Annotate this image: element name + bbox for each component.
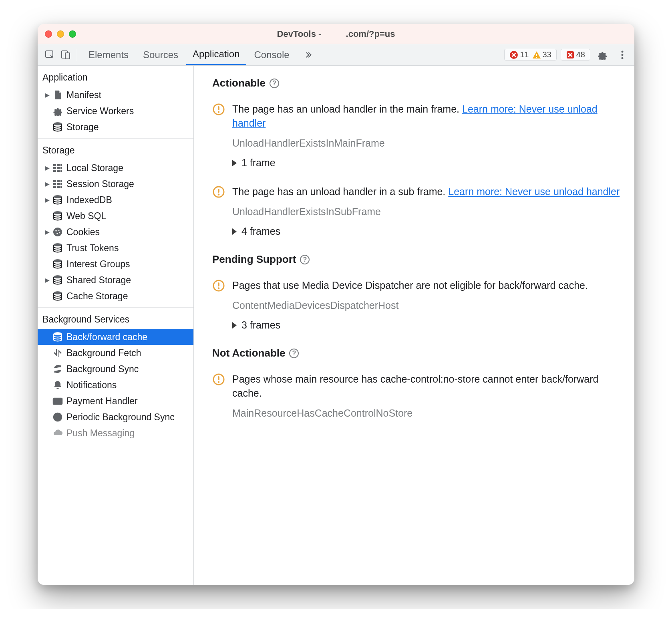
svg-rect-28 [53,398,62,404]
issue-code: UnloadHandlerExistsInSubFrame [232,206,623,218]
sidebar-item-cookies[interactable]: ▶ Cookies [38,224,193,240]
sync-icon [52,364,63,374]
sidebar-item-trust-tokens[interactable]: ▶ Trust Tokens [38,240,193,256]
svg-point-27 [59,232,60,234]
card-icon [52,396,63,406]
frames-count: 1 frame [241,157,276,169]
issue-row: The page has an unload handler in a sub … [212,185,623,240]
issue-code: UnloadHandlerExistsInMainFrame [232,137,623,149]
svg-rect-15 [65,53,70,59]
fetch-icon [52,348,63,358]
file-icon [52,90,63,100]
sidebar-item-interest-groups[interactable]: ▶ Interest Groups [38,256,193,272]
sidebar-item-service-workers[interactable]: ▶ Service Workers [38,103,193,119]
sidebar-item-label: Session Storage [66,179,134,190]
window-controls [45,30,76,38]
section-actionable: Actionable ? [212,77,623,89]
sidebar-item-label: Trust Tokens [66,243,119,254]
sidebar-item-label: Cache Storage [66,291,128,302]
tab-elements[interactable]: Elements [82,44,135,65]
more-options-button[interactable] [614,47,630,63]
sidebar-item-session-storage[interactable]: ▶ Session Storage [38,176,193,192]
bell-icon [52,380,63,390]
frames-disclosure[interactable]: 3 frames [232,319,623,331]
learn-more-link[interactable]: Learn more: Never use unload handler [448,186,620,197]
sidebar-item-periodic-sync[interactable]: ▶ Periodic Background Sync [38,409,193,425]
section-pending: Pending Support ? [212,253,623,266]
sidebar-item-label: Local Storage [66,163,123,173]
grid-icon [52,179,63,189]
issue-row: Pages whose main resource has cache-cont… [212,372,623,419]
console-status-badge[interactable]: 11 33 [504,49,557,60]
tab-application[interactable]: Application [186,44,246,65]
sidebar-item-payment-handler[interactable]: ▶ Payment Handler [38,393,193,409]
issues-badge[interactable]: 48 [561,49,590,60]
database-icon [52,332,63,342]
warning-icon [532,50,541,59]
clock-icon [52,412,63,422]
svg-rect-17 [536,54,537,56]
sidebar-item-websql[interactable]: ▶ Web SQL [38,208,193,224]
sidebar-item-background-fetch[interactable]: ▶ Background Fetch [38,345,193,361]
error-count: 11 [520,50,529,59]
issue-row: Pages that use Media Device Dispatcher a… [212,278,623,333]
sidebar-item-label: IndexedDB [66,195,112,206]
chevron-right-icon [232,322,237,329]
sidebar-item-label: Cookies [66,227,100,238]
sidebar-item-notifications[interactable]: ▶ Notifications [38,377,193,393]
svg-point-21 [622,54,624,56]
tab-sources[interactable]: Sources [137,44,185,65]
device-toggle-icon[interactable] [58,47,74,63]
inspect-element-icon[interactable] [42,47,58,63]
svg-point-20 [622,50,624,52]
more-tabs-button[interactable] [298,44,319,65]
warning-icon [212,373,225,386]
issue-row: The page has an unload handler in the ma… [212,102,623,171]
sidebar-item-label: Service Workers [66,106,134,117]
issue-code: ContentMediaDevicesDispatcherHost [232,300,623,311]
sidebar-item-label: Storage [66,122,99,133]
issue-code: MainResourceHasCacheControlNoStore [232,407,623,419]
close-window-button[interactable] [45,30,52,38]
tab-console[interactable]: Console [248,44,296,65]
gear-icon [597,50,608,60]
sidebar-item-cache-storage[interactable]: ▶ Cache Storage [38,288,193,304]
section-not-actionable: Not Actionable ? [212,347,623,359]
grid-icon [52,163,63,173]
database-icon [52,259,63,269]
sidebar-item-indexeddb[interactable]: ▶ IndexedDB [38,192,193,208]
sidebar-item-push-messaging[interactable]: ▶ Push Messaging [38,425,193,441]
sidebar-section-application: Application [38,66,193,87]
sidebar-item-shared-storage[interactable]: ▶ Shared Storage [38,272,193,288]
issue-title: The page has an unload handler in a sub … [232,185,623,199]
frames-disclosure[interactable]: 1 frame [232,157,623,169]
database-icon [52,243,63,253]
database-icon [52,122,63,132]
sidebar-item-bfcache[interactable]: ▶ Back/forward cache [38,329,193,345]
sidebar-section-storage: Storage [38,139,193,160]
sidebar-item-label: Payment Handler [66,396,138,407]
help-icon[interactable]: ? [300,255,310,264]
bfcache-panel: Actionable ? The page has an unload hand… [194,66,634,585]
sidebar-item-manifest[interactable]: ▶ Manifest [38,87,193,103]
database-icon [52,211,63,221]
database-icon [52,275,63,285]
gear-icon [52,106,63,116]
svg-point-24 [55,230,57,232]
sidebar-item-local-storage[interactable]: ▶ Local Storage [38,160,193,176]
settings-button[interactable] [594,47,610,63]
fullscreen-window-button[interactable] [69,30,76,38]
frames-disclosure[interactable]: 4 frames [232,226,623,237]
application-sidebar: Application ▶ Manifest ▶ Service Workers… [38,66,194,585]
warning-icon [212,103,225,116]
sidebar-item-label: Notifications [66,380,117,391]
sidebar-item-background-sync[interactable]: ▶ Background Sync [38,361,193,377]
kebab-icon [621,50,624,59]
minimize-window-button[interactable] [57,30,64,38]
help-icon[interactable]: ? [289,349,299,358]
sidebar-item-storage[interactable]: ▶ Storage [38,119,193,135]
help-icon[interactable]: ? [270,79,279,88]
database-icon [52,195,63,205]
sidebar-item-label: Push Messaging [66,428,135,439]
issue-title: The page has an unload handler in the ma… [232,102,623,130]
